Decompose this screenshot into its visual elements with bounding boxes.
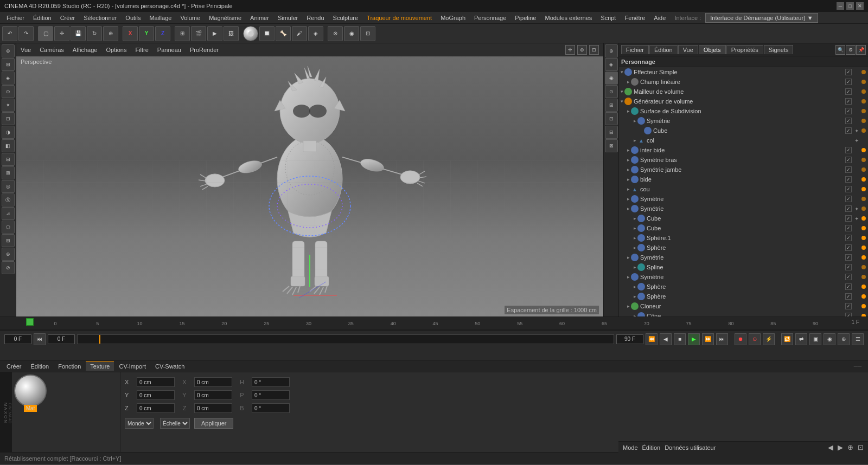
tree-mat-symetrie3[interactable]: ✦ (853, 205, 860, 212)
vp-menu-prorender[interactable]: ProRender (190, 47, 219, 53)
menu-modules[interactable]: Modules externes (540, 14, 596, 22)
tree-item-interbide[interactable]: ▸inter bide✓ (619, 145, 868, 155)
rp-tab-signets[interactable]: Signets (764, 45, 794, 54)
tree-dot-cube3[interactable] (861, 226, 866, 230)
left-tool-11[interactable]: ◎ (2, 180, 15, 193)
snap-btn[interactable]: ⊞ (175, 26, 190, 41)
menu-personnage[interactable]: Personnage (470, 14, 510, 22)
select-tool[interactable]: ▢ (38, 26, 53, 41)
undo-button[interactable]: ↶ (2, 26, 17, 41)
left-tool-17[interactable]: ⊘ (2, 261, 15, 274)
tree-dot-symetrie5[interactable] (861, 275, 866, 279)
btm-tab-creer[interactable]: Créer (2, 362, 26, 371)
material-sphere-preview[interactable] (14, 374, 47, 407)
tree-vis-check-bide[interactable]: ✓ (845, 176, 852, 183)
tree-mat-cube1[interactable]: ✦ (853, 127, 860, 134)
tl-pingpong[interactable]: ⇄ (795, 333, 807, 345)
material-manager[interactable]: ⬤ (243, 26, 258, 41)
brp-icon1[interactable]: ⊕ (847, 443, 853, 451)
left-tool-6[interactable]: ⊡ (2, 112, 15, 125)
tl-options[interactable]: ☰ (852, 333, 864, 345)
texture-btn[interactable]: 🔲 (259, 26, 275, 41)
tl-mode1[interactable]: ▣ (809, 333, 821, 345)
rp-tab-edition[interactable]: Édition (649, 45, 678, 54)
tree-item-subdivision[interactable]: ▸Surface de Subdivision✓ (619, 106, 868, 116)
vp-menu-options[interactable]: Options (106, 47, 126, 53)
vp-strip-4[interactable]: ⊙ (605, 85, 618, 98)
p-rotation-field[interactable] (252, 390, 290, 400)
tree-vis-check-cube3[interactable]: ✓ (845, 225, 852, 231)
h-rotation-field[interactable] (252, 377, 290, 387)
x-position-field[interactable] (137, 377, 175, 387)
tree-item-cube1[interactable]: Cube✓✦ (619, 126, 868, 135)
tree-mat-cube2[interactable]: ✦ (853, 215, 860, 222)
tree-item-symetrie4[interactable]: ▸Symétrie✓ (619, 253, 868, 262)
tree-item-bide[interactable]: ▸bide✓ (619, 175, 868, 184)
tree-item-cube2[interactable]: ▸Cube✓✦ (619, 214, 868, 223)
tl-play-forward[interactable]: ⏩ (702, 333, 714, 345)
tree-vis-check-interbide[interactable]: ✓ (845, 147, 852, 153)
menu-volume[interactable]: Volume (176, 14, 205, 22)
tl-next-frame[interactable]: ⏭ (716, 333, 728, 345)
left-tool-14[interactable]: ⬡ (2, 221, 15, 234)
vp-strip-7[interactable]: ⊟ (605, 126, 618, 139)
tl-loop[interactable]: 🔁 (781, 333, 793, 345)
tree-item-symetrie1[interactable]: ▸Symétrie✓ (619, 116, 868, 126)
tree-item-col[interactable]: ▸▲col✦ (619, 135, 868, 145)
brp-right-arrow[interactable]: ▶ (838, 443, 843, 451)
viewport-canvas[interactable]: Perspective Espacement de la grille : 10… (16, 56, 603, 317)
vp-menu-affichage[interactable]: Affichage (73, 47, 98, 53)
tl-mode3[interactable]: ⊕ (838, 333, 850, 345)
timeline-start-marker[interactable] (26, 318, 34, 326)
tree-dot-symetrie2[interactable] (861, 197, 866, 201)
tree-vis-check-spline[interactable]: ✓ (845, 264, 852, 270)
rz-position-field[interactable] (194, 403, 232, 413)
menu-pipeline[interactable]: Pipeline (510, 14, 540, 22)
menu-script[interactable]: Script (596, 14, 620, 22)
tl-mode2[interactable]: ◉ (824, 333, 835, 345)
brp-tab-mode[interactable]: Mode (623, 444, 638, 451)
tree-vis-check-sphere4[interactable]: ✓ (845, 293, 852, 300)
tree-dot-symetrie3[interactable] (861, 206, 866, 211)
y-position-field[interactable] (137, 390, 175, 400)
vp-menu-filtre[interactable]: Filtre (135, 47, 148, 53)
left-tool-13[interactable]: ⊿ (2, 207, 15, 220)
vp-menu-panneau[interactable]: Panneau (157, 47, 181, 53)
vp-menu-cameras[interactable]: Caméras (40, 47, 64, 53)
timeline-max-frame[interactable] (616, 334, 643, 344)
render-view[interactable]: ▶ (207, 26, 222, 41)
tl-stop[interactable]: ■ (674, 333, 686, 345)
left-tool-3[interactable]: ◈ (2, 72, 15, 85)
tree-item-cube3[interactable]: ▸Cube✓ (619, 223, 868, 233)
tree-vis-check-generateur[interactable]: ✓ (845, 98, 852, 105)
sculpt-btn[interactable]: ◈ (308, 26, 323, 41)
vp-strip-8[interactable]: ⊠ (605, 139, 618, 152)
tree-dot-generateur[interactable] (861, 99, 866, 104)
brp-tab-edition[interactable]: Édition (642, 444, 661, 451)
tree-dot-cou[interactable] (861, 187, 866, 191)
render-region[interactable]: 🎬 (191, 26, 206, 41)
left-tool-9[interactable]: ⊟ (2, 153, 15, 166)
left-tool-1[interactable]: ⊕ (2, 44, 15, 57)
tree-item-generateur[interactable]: ▾Générateur de volume✓ (619, 96, 868, 106)
tree-vis-check-sphere1[interactable]: ✓ (845, 235, 852, 241)
tree-dot-cube1[interactable] (861, 128, 866, 133)
object-snap[interactable]: ◉ (344, 26, 359, 41)
menu-traqueur[interactable]: Traqueur de mouvement (362, 14, 436, 22)
rp-tab-objets[interactable]: Objets (699, 45, 726, 54)
tl-play[interactable]: ▶ (688, 333, 700, 345)
tree-vis-check-sphere2[interactable]: ✓ (845, 244, 852, 251)
vp-strip-2[interactable]: ◈ (605, 58, 618, 71)
ry-position-field[interactable] (194, 390, 232, 400)
tree-item-cone[interactable]: ▸Cône✓ (619, 311, 868, 317)
tree-item-symetrie3[interactable]: ▸Symétrie✓✦ (619, 204, 868, 214)
tree-item-cloneur[interactable]: ▸Cloneur✓ (619, 301, 868, 311)
menu-maillage[interactable]: Maillage (145, 14, 176, 22)
y-axis[interactable]: Y (139, 26, 154, 41)
tree-dot-sphere4[interactable] (861, 294, 866, 299)
tree-vis-check-sphere3[interactable]: ✓ (845, 283, 852, 290)
tree-item-spline[interactable]: ▸Spline✓ (619, 262, 868, 272)
move-tool[interactable]: ✛ (54, 26, 69, 41)
vp-strip-6[interactable]: ⊡ (605, 112, 618, 125)
tree-item-symetriejambe[interactable]: ▸Symétrie jambe✓ (619, 165, 868, 175)
